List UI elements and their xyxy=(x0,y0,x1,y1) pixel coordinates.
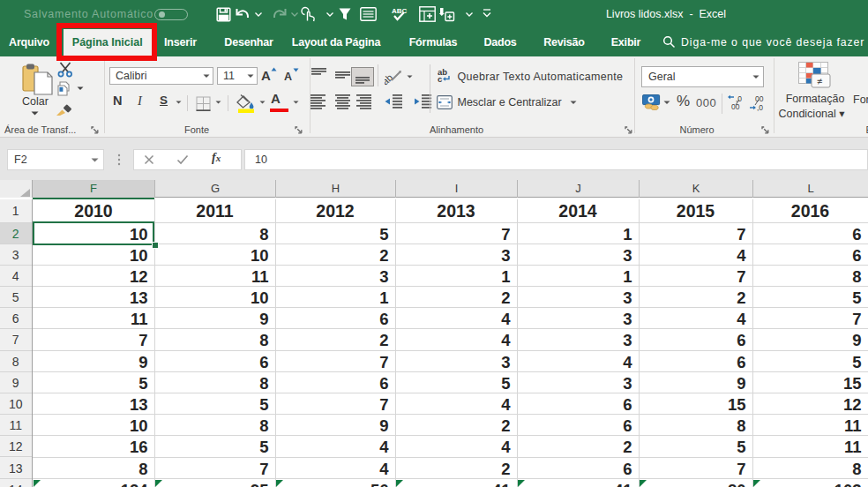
svg-text:,0: ,0 xyxy=(757,103,763,111)
svg-text:00: 00 xyxy=(755,94,764,103)
svg-text:00: 00 xyxy=(731,102,740,111)
svg-text:≠: ≠ xyxy=(817,76,822,86)
svg-text:c: c xyxy=(438,74,442,83)
svg-text:ABC: ABC xyxy=(392,7,408,15)
